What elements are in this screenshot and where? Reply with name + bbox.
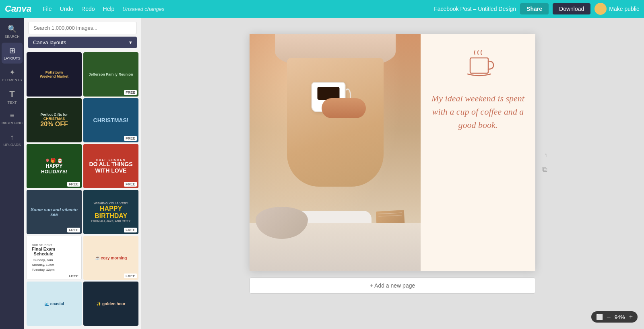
make-public-button[interactable]: Make public <box>594 3 639 15</box>
free-badge: FREE <box>124 182 137 187</box>
undo-button[interactable]: Undo <box>60 6 73 12</box>
panel-sidebar: Canva layouts ▾ PottstownWeekend Market … <box>24 18 141 329</box>
tool-layouts-label: LAYOUTS <box>4 56 20 60</box>
canvas-text-panel: My ideal weekend is spent with a cup of … <box>421 34 535 271</box>
free-badge: FREE <box>124 273 137 278</box>
file-menu[interactable]: File <box>43 6 52 12</box>
search-icon: 🔍 <box>8 25 17 33</box>
layout-dropdown[interactable]: Canva layouts ▾ <box>28 37 137 48</box>
free-badge: FREE <box>124 228 137 232</box>
free-badge: FREE <box>124 90 137 95</box>
layout-item[interactable]: Perfect Gifts forCHRISTMAS20% OFF <box>27 98 82 142</box>
zoom-level: 94% <box>615 314 625 320</box>
make-public-label: Make public <box>609 6 639 12</box>
uploads-icon: ↑ <box>10 133 14 142</box>
layout-grid: PottstownWeekend Market Jefferson Family… <box>24 52 141 329</box>
layout-item[interactable]: 🌊 coastal <box>27 282 82 326</box>
tool-text-label: TEXT <box>7 101 17 105</box>
svg-rect-0 <box>470 58 488 73</box>
layouts-icon: ⊞ <box>9 46 15 55</box>
canvas-quote: My ideal weekend is spent with a cup of … <box>429 92 527 132</box>
layout-thumb-text: Perfect Gifts forCHRISTMAS20% OFF <box>40 113 68 128</box>
tool-background-label: BKGROUND <box>2 121 23 125</box>
layout-thumb-text: PottstownWeekend Market <box>40 70 68 78</box>
tool-background[interactable]: ≡ BKGROUND <box>2 108 23 129</box>
canvas[interactable]: My ideal weekend is spent with a cup of … <box>250 34 535 271</box>
layout-thumb-text: ✨ golden hour <box>96 302 126 306</box>
navbar: Canva File Undo Redo Help Unsaved change… <box>0 0 644 18</box>
layout-item[interactable]: ❄ 🎁 🎅 HAPPYHOLIDAYS! FREE <box>27 144 82 188</box>
tool-search-label: SEARCH <box>4 35 20 39</box>
layout-item[interactable]: ☕ cozy morning FREE <box>83 236 138 280</box>
navbar-right: Facebook Post – Untitled Design Share Do… <box>434 3 639 15</box>
free-badge: FREE <box>67 182 80 187</box>
background-icon: ≡ <box>10 111 14 120</box>
tool-uploads-label: UPLOADS <box>3 143 21 147</box>
layout-item[interactable]: OUR STUDENT Final ExamSchedule Sunday, 8… <box>27 236 82 280</box>
layout-thumb-content: HALF BROKEN DO ALL THINGS WITH LOVE <box>87 158 135 174</box>
tool-elements[interactable]: ✦ ELEMENTS <box>2 64 23 85</box>
avatar <box>594 3 607 15</box>
zoom-in-button[interactable]: + <box>629 313 633 321</box>
design-title: Facebook Post – Untitled Design <box>434 6 516 12</box>
share-button[interactable]: Share <box>520 3 549 14</box>
chevron-down-icon: ▾ <box>129 39 132 45</box>
layout-thumb-text: Some sun and vitamin sea <box>30 207 78 217</box>
help-menu[interactable]: Help <box>103 6 115 12</box>
layout-item[interactable]: CHRISTMAS! FREE <box>83 98 138 142</box>
tool-search[interactable]: 🔍 SEARCH <box>2 21 23 42</box>
layout-item[interactable]: Some sun and vitamin sea FREE <box>27 190 82 234</box>
elements-icon: ✦ <box>9 68 15 77</box>
layout-item[interactable]: ✨ golden hour <box>83 282 138 326</box>
canvas-photo <box>250 34 421 271</box>
layout-thumb-content: OUR STUDENT Final ExamSchedule Sunday, 8… <box>30 242 78 274</box>
search-bar <box>24 18 141 37</box>
tool-layouts[interactable]: ⊞ LAYOUTS <box>2 43 23 64</box>
cup-icon-area <box>462 50 494 84</box>
search-input[interactable] <box>28 22 137 34</box>
layout-thumb-content: ❄ 🎁 🎅 HAPPYHOLIDAYS! <box>41 158 67 175</box>
text-icon: T <box>9 89 14 99</box>
canvas-wrapper: My ideal weekend is spent with a cup of … <box>250 34 535 271</box>
zoom-out-button[interactable]: – <box>607 313 611 321</box>
page-number: 1 <box>545 152 547 158</box>
layout-item[interactable]: Jefferson Family Reunion FREE <box>83 52 138 97</box>
add-page-label: + Add a new page <box>370 282 415 289</box>
tools-sidebar: 🔍 SEARCH ⊞ LAYOUTS ✦ ELEMENTS T TEXT ≡ B… <box>0 18 24 329</box>
layout-thumb-text: ☕ cozy morning <box>95 256 127 260</box>
layout-item[interactable]: WISHING YOU A VERY HAPPYBIRTHDAY FROM AL… <box>83 190 138 234</box>
dropdown-label: Canva layouts <box>33 39 66 45</box>
layout-thumb-text: 🌊 coastal <box>44 302 64 306</box>
duplicate-icon[interactable]: ⧉ <box>542 165 547 174</box>
free-badge: FREE <box>67 273 80 278</box>
tool-text[interactable]: T TEXT <box>2 86 23 107</box>
layout-item[interactable]: PottstownWeekend Market <box>27 52 82 97</box>
add-page-button[interactable]: + Add a new page <box>250 278 535 294</box>
canva-logo[interactable]: Canva <box>5 4 31 14</box>
free-badge: FREE <box>67 228 80 232</box>
hands <box>322 98 366 118</box>
tool-elements-label: ELEMENTS <box>2 78 22 82</box>
present-icon[interactable]: ⬜ <box>596 314 603 320</box>
download-button[interactable]: Download <box>553 3 590 14</box>
main-area: My ideal weekend is spent with a cup of … <box>141 18 644 329</box>
coffee-cup-icon <box>462 50 494 82</box>
layout-thumb-text: CHRISTMAS! <box>93 117 129 123</box>
free-badge: FREE <box>124 136 137 141</box>
unsaved-indicator: Unsaved changes <box>122 6 164 12</box>
zoom-controls: ⬜ – 94% + <box>591 311 638 323</box>
layout-item[interactable]: HALF BROKEN DO ALL THINGS WITH LOVE FREE <box>83 144 138 188</box>
coffee-scene-bg <box>250 34 421 271</box>
tool-uploads[interactable]: ↑ UPLOADS <box>2 130 23 150</box>
layout-thumb-content: WISHING YOU A VERY HAPPYBIRTHDAY FROM AL… <box>91 202 131 222</box>
layout-thumb-text: Jefferson Family Reunion <box>89 72 133 76</box>
person-body <box>287 58 384 187</box>
redo-button[interactable]: Redo <box>81 6 95 12</box>
